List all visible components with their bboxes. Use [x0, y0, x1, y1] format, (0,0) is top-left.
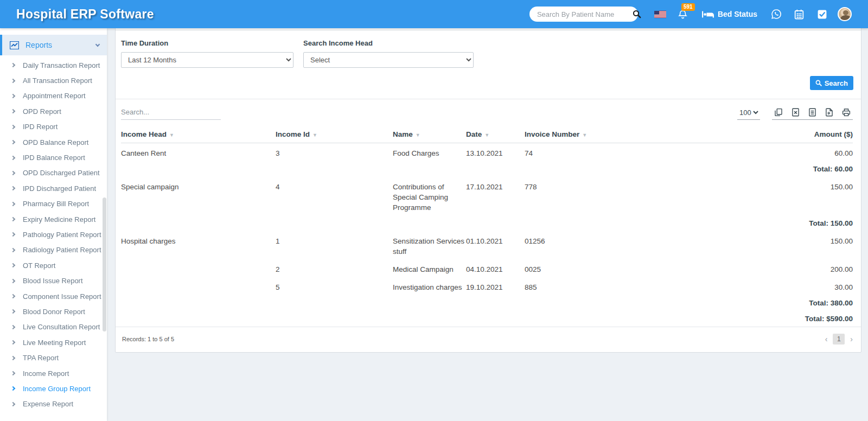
csv-icon[interactable] — [808, 108, 816, 117]
total-value: Total: 60.00 — [121, 161, 853, 177]
column-header-invoice-number[interactable]: Invoice Number▼ — [525, 125, 641, 143]
pdf-icon[interactable] — [825, 108, 833, 117]
column-header-income-id[interactable]: Income Id▼ — [276, 125, 393, 143]
sidebar-item-ipd-report[interactable]: IPD Report — [0, 119, 107, 135]
total-value: Total: 380.00 — [121, 295, 853, 311]
income-head-select[interactable]: Select — [303, 52, 474, 68]
chart-line-icon — [10, 41, 19, 49]
sidebar-item-opd-balance-report[interactable]: OPD Balance Report — [0, 135, 107, 150]
sidebar-item-label: OT Report — [23, 261, 55, 270]
sidebar-section-reports[interactable]: Reports — [0, 35, 107, 55]
sidebar-item-live-consultation-report[interactable]: Live Consultation Report — [0, 320, 107, 335]
patient-search-box[interactable] — [529, 7, 638, 22]
cell-amount: 60.00 — [641, 143, 853, 162]
sort-icon: ▼ — [312, 132, 317, 138]
sidebar-item-label: Expiry Medicine Report — [23, 215, 95, 224]
table-row: Special campaign4Contributions of Specia… — [121, 177, 853, 215]
table-search-input[interactable] — [121, 107, 221, 120]
page-size-select[interactable]: 100 — [737, 108, 760, 117]
bed-status-button[interactable]: Bed Status — [702, 10, 757, 18]
cell-date: 01.10.2021 — [466, 231, 525, 259]
tasks-button[interactable] — [810, 9, 833, 20]
cell-income-head: Special campaign — [121, 177, 276, 215]
sidebar-item-blood-donor-report[interactable]: Blood Donor Report — [0, 304, 107, 319]
sort-icon: ▼ — [484, 132, 489, 138]
column-header-date[interactable]: Date▼ — [466, 125, 525, 143]
sidebar-item-daily-transaction-report[interactable]: Daily Transaction Report — [0, 58, 107, 73]
sidebar-item-ot-report[interactable]: OT Report — [0, 258, 107, 273]
sidebar-item-income-report[interactable]: Income Report — [0, 366, 107, 381]
chevron-right-icon — [11, 155, 15, 160]
sort-icon: ▼ — [582, 132, 587, 138]
calendar-button[interactable] — [788, 9, 810, 20]
table-row: Hospital charges1Sensitization Services … — [121, 231, 853, 259]
cell-amount: 30.00 — [641, 277, 853, 295]
cell-income-head: Canteen Rent — [121, 143, 276, 162]
language-flag-button[interactable] — [649, 11, 672, 18]
group-total-row: Total: 150.00 — [121, 215, 853, 231]
report-table: Income Head▼Income Id▼Name▼Date▼Invoice … — [121, 125, 853, 327]
cell-date: 13.10.2021 — [466, 143, 525, 162]
sidebar-item-label: Radiology Patient Report — [23, 246, 101, 254]
sidebar-item-all-transaction-report[interactable]: All Transaction Report — [0, 73, 107, 88]
profile-button[interactable] — [833, 7, 856, 21]
cell-income-id: 3 — [276, 143, 393, 162]
sidebar-item-radiology-patient-report[interactable]: Radiology Patient Report — [0, 243, 107, 258]
tasks-check-icon — [817, 9, 827, 20]
chevron-right-icon — [11, 248, 15, 252]
search-button[interactable]: Search — [810, 76, 853, 90]
cell-income-id: 1 — [276, 231, 393, 259]
bed-status-label: Bed Status — [718, 10, 757, 18]
bed-icon — [702, 10, 714, 18]
search-icon[interactable] — [633, 10, 641, 18]
cell-invoice-number: 74 — [525, 143, 641, 162]
column-header-income-head[interactable]: Income Head▼ — [121, 125, 276, 143]
sidebar-item-ipd-discharged-patient[interactable]: IPD Discharged Patient — [0, 181, 107, 196]
calendar-icon — [794, 9, 804, 20]
sidebar-item-blood-issue-report[interactable]: Blood Issue Report — [0, 273, 107, 288]
print-icon[interactable] — [842, 108, 851, 117]
sidebar-item-expiry-medicine-report[interactable]: Expiry Medicine Report — [0, 212, 107, 227]
sidebar-item-income-group-report[interactable]: Income Group Report — [0, 381, 107, 396]
sidebar-item-opd-report[interactable]: OPD Report — [0, 104, 107, 119]
sidebar-item-component-issue-report[interactable]: Component Issue Report — [0, 289, 107, 304]
column-header-name[interactable]: Name▼ — [393, 125, 466, 143]
export-buttons — [772, 108, 853, 120]
sidebar-item-pathology-patient-report[interactable]: Pathology Patient Report — [0, 227, 107, 242]
sidebar-item-label: IPD Balance Report — [23, 154, 85, 162]
sidebar-item-label: OPD Report — [23, 107, 61, 116]
cell-name: Contributions of Special Camping Program… — [393, 177, 466, 215]
whatsapp-button[interactable] — [765, 9, 788, 20]
sidebar-item-label: All Transaction Report — [23, 76, 92, 85]
sidebar-item-ipd-balance-report[interactable]: IPD Balance Report — [0, 150, 107, 165]
copy-icon[interactable] — [774, 108, 783, 117]
income-head-label: Search Income Head — [303, 39, 474, 47]
report-table-wrap: Income Head▼Income Id▼Name▼Date▼Invoice … — [116, 125, 861, 327]
patient-search-input[interactable] — [537, 10, 633, 18]
chevron-right-icon — [11, 309, 15, 314]
pagination-next-icon[interactable]: › — [850, 335, 853, 343]
sidebar-item-expense-report[interactable]: Expense Report — [0, 397, 107, 412]
cell-name: Food Charges — [393, 143, 466, 162]
sidebar-item-appointment-report[interactable]: Appointment Report — [0, 88, 107, 104]
notifications-button[interactable]: 591 — [672, 9, 694, 20]
report-panel: Income Group Report Time Duration Last 1… — [115, 7, 861, 353]
table-row: Canteen Rent3Food Charges13.10.20217460.… — [121, 143, 853, 162]
sidebar-item-live-meeting-report[interactable]: Live Meeting Report — [0, 335, 107, 350]
cell-income-head — [121, 259, 276, 277]
cell-income-id: 5 — [276, 277, 393, 295]
sidebar-item-pharmacy-bill-report[interactable]: Pharmacy Bill Report — [0, 196, 107, 212]
time-duration-select[interactable]: Last 12 Months — [121, 52, 293, 68]
time-duration-label: Time Duration — [121, 39, 293, 47]
chevron-right-icon — [11, 201, 15, 206]
chevron-right-icon — [11, 232, 15, 237]
sidebar-item-tpa-report[interactable]: TPA Report — [0, 350, 107, 365]
pagination-page-1[interactable]: 1 — [833, 334, 845, 345]
sidebar-item-opd-discharged-patient[interactable]: OPD Discharged Patient — [0, 165, 107, 181]
table-body: Canteen Rent3Food Charges13.10.20217460.… — [121, 143, 853, 327]
sidebar-scrollbar[interactable] — [103, 197, 106, 331]
sidebar-item-label: Component Issue Report — [23, 292, 101, 301]
pagination-prev-icon[interactable]: ‹ — [825, 335, 828, 343]
sidebar-item-label: Blood Donor Report — [23, 308, 85, 316]
excel-icon[interactable] — [792, 108, 800, 117]
